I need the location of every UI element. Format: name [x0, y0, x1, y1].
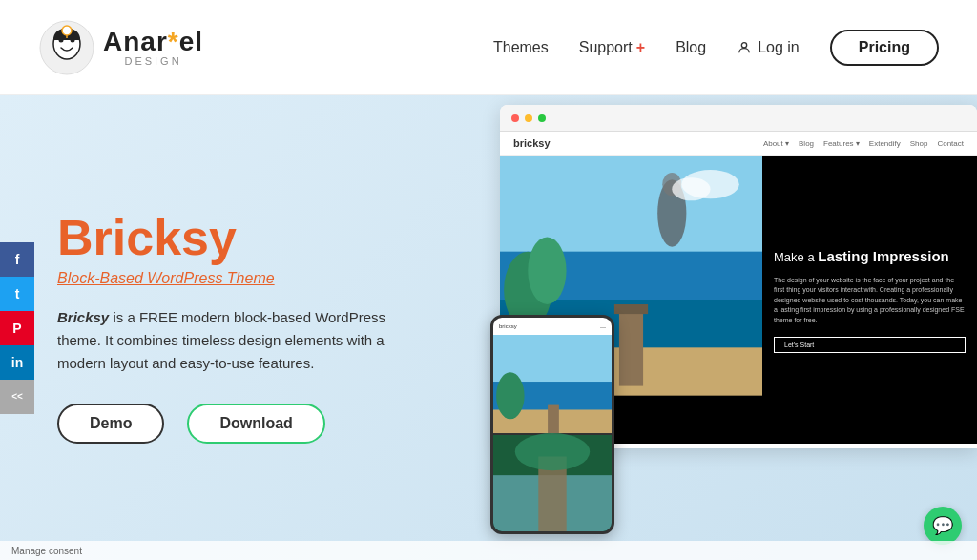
desktop-browser-bar — [500, 105, 977, 132]
desktop-text-column: Make a Lasting Impression The design of … — [762, 156, 977, 444]
collapse-button[interactable]: << — [0, 380, 34, 414]
logo-sub: DESIGN — [103, 55, 203, 67]
twitter-icon: t — [15, 286, 20, 301]
hero-buttons: Demo Download — [57, 404, 420, 444]
mobile-content-area — [493, 335, 612, 531]
logo-star: * — [168, 27, 179, 56]
social-sidebar: f t P in << — [0, 242, 34, 414]
svg-point-28 — [515, 433, 590, 470]
svg-rect-14 — [614, 304, 648, 314]
main-nav: Themes Support + Blog Log in Pricing — [493, 30, 939, 66]
svg-rect-23 — [548, 405, 559, 433]
mobile-image — [493, 335, 612, 531]
svg-point-12 — [528, 238, 566, 304]
mobile-browser-bar: bricksy ⋯ — [493, 318, 612, 335]
nav-login[interactable]: Log in — [737, 39, 800, 56]
consent-bar: Manage consent — [0, 541, 977, 560]
chat-bubble[interactable]: 💬 — [924, 507, 962, 545]
desktop-headline: Make a Lasting Impression — [774, 246, 966, 266]
logo-icon — [38, 19, 95, 76]
download-button[interactable]: Download — [187, 404, 324, 444]
svg-point-6 — [742, 42, 747, 47]
logo[interactable]: Anar*el DESIGN — [38, 19, 203, 76]
user-icon — [737, 40, 752, 55]
nav-themes[interactable]: Themes — [493, 39, 549, 56]
nav-blog[interactable]: Blog — [676, 39, 706, 56]
consent-text: Manage consent — [11, 546, 82, 556]
facebook-button[interactable]: f — [0, 242, 34, 277]
mobile-site-name: bricksy — [499, 323, 517, 329]
svg-rect-13 — [619, 309, 643, 386]
site-header: Anar*el DESIGN Themes Support + Blog Log… — [0, 0, 977, 95]
linkedin-button[interactable]: in — [0, 345, 34, 380]
hero-description: Bricksy is a FREE modern block-based Wor… — [57, 306, 420, 375]
logo-text: Anar*el DESIGN — [103, 29, 203, 67]
desktop-site-name: bricksy — [513, 137, 551, 149]
hero-mockup: bricksy About ▾ Blog Features ▾ Extendif… — [443, 105, 977, 553]
desktop-body-text: The design of your website is the face o… — [774, 276, 966, 326]
pricing-button[interactable]: Pricing — [830, 30, 939, 66]
twitter-button[interactable]: t — [0, 277, 34, 311]
svg-point-18 — [672, 177, 710, 200]
nav-support[interactable]: Support + — [579, 39, 645, 56]
dot-red — [511, 114, 519, 122]
mobile-bar-icon: ⋯ — [600, 323, 606, 330]
dot-green — [538, 114, 546, 122]
logo-name: Anar*el — [103, 29, 203, 55]
mobile-mockup: bricksy ⋯ — [490, 315, 614, 534]
chat-icon: 💬 — [932, 515, 953, 536]
pinterest-button[interactable]: P — [0, 311, 34, 345]
support-plus-icon: + — [636, 39, 645, 56]
hero-section: f t P in << Bricksy Block-Based WordPres… — [0, 95, 977, 560]
svg-point-22 — [496, 372, 524, 419]
dot-yellow — [525, 114, 532, 122]
desktop-nav-items: About ▾ Blog Features ▾ Extendify Shop C… — [763, 139, 964, 148]
hero-content: Bricksy Block-Based WordPress Theme Bric… — [57, 213, 420, 444]
desktop-site-nav: bricksy About ▾ Blog Features ▾ Extendif… — [500, 132, 977, 156]
desktop-cta-button[interactable]: Let's Start — [774, 337, 966, 353]
hero-title: Bricksy — [57, 213, 420, 262]
hero-subtitle: Block-Based WordPress Theme — [57, 270, 420, 287]
svg-point-4 — [62, 26, 72, 35]
demo-button[interactable]: Demo — [57, 404, 164, 444]
